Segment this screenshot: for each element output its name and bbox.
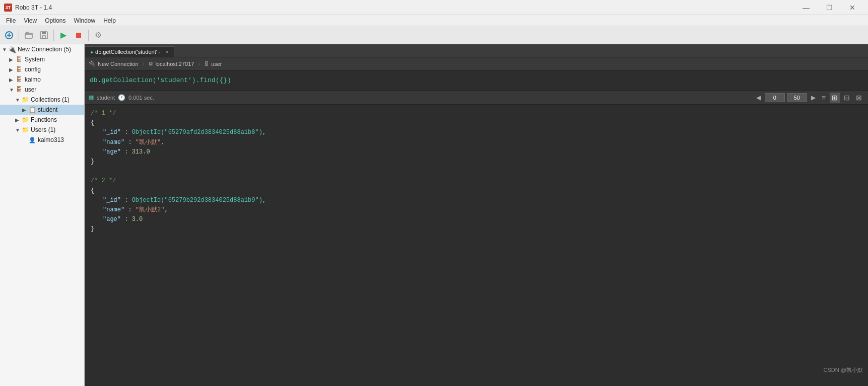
collections-arrow: ▼ xyxy=(15,97,21,103)
record-1-age: "age" : 313.0 xyxy=(91,147,862,157)
query-tab[interactable]: ● db.getCollection('student'··· × xyxy=(85,46,174,57)
view-table-button[interactable]: ⊟ xyxy=(842,93,852,103)
pathbar: 🔌 New Connection › 🖥 localhost:27017 › 🗄… xyxy=(85,57,868,70)
menubar: File View Options Window Help xyxy=(0,15,868,26)
page-size-input[interactable]: 50 xyxy=(787,93,807,102)
connection-label: New Connection (5) xyxy=(18,46,71,53)
sidebar-item-student[interactable]: ▶ 📋 student xyxy=(0,105,84,115)
results-toolbar-right: ◀ 0 50 ▶ ≡ ⊞ ⊟ ⊠ xyxy=(754,93,864,103)
record-2-id: "_id" : ObjectId("65279b292d3834025d88a1… xyxy=(91,196,862,205)
tab-icon: ● xyxy=(90,49,93,55)
record-1-name: "name" : "凯小默", xyxy=(91,138,862,147)
config-arrow: ▶ xyxy=(9,67,15,72)
record-1-comment: /* 1 */ xyxy=(91,109,862,118)
path-sep-1: › xyxy=(143,61,145,67)
close-button[interactable]: ✕ xyxy=(841,0,864,15)
titlebar-left: 3T Robo 3T - 1.4 xyxy=(4,4,52,12)
view-custom-button[interactable]: ⊠ xyxy=(854,93,864,103)
kaimo-icon: 🗄 xyxy=(15,75,23,84)
path-server-label: localhost:27017 xyxy=(155,61,194,67)
kaimo313-arrow xyxy=(22,137,28,143)
path-db-label: user xyxy=(211,61,222,67)
user-db-icon: 🗄 xyxy=(15,86,23,94)
menu-view[interactable]: View xyxy=(20,16,41,25)
view-tree-button[interactable]: ⊞ xyxy=(830,93,840,103)
watermark: CSDN @凯小默 xyxy=(824,366,863,374)
app-title: Robo 3T - 1.4 xyxy=(15,4,52,11)
path-connection: 🔌 New Connection xyxy=(89,60,139,67)
connection-icon: 🔌 xyxy=(8,45,16,53)
functions-icon: 📁 xyxy=(21,116,29,124)
record-2-name: "name" : "凯小默2", xyxy=(91,205,862,215)
titlebar: 3T Robo 3T - 1.4 — ☐ ✕ xyxy=(0,0,868,15)
kaimo-label: kaimo xyxy=(25,76,41,83)
main: ▼ 🔌 New Connection (5) ▶ 🗄 System ▶ 🗄 co… xyxy=(0,44,868,386)
users-label: Users (1) xyxy=(31,126,55,133)
next-page-button[interactable]: ▶ xyxy=(809,93,818,102)
path-db-icon: 🗄 xyxy=(204,61,209,66)
settings-button[interactable]: ⚙ xyxy=(91,28,105,42)
results-toolbar-left: ▦ student 🕐 0.001 sec. xyxy=(89,94,154,101)
system-arrow: ▶ xyxy=(9,57,15,62)
toolbar-sep-1 xyxy=(19,30,19,41)
student-arrow: ▶ xyxy=(22,107,28,113)
sidebar-item-users[interactable]: ▼ 📁 Users (1) xyxy=(0,125,84,135)
prev-page-button[interactable]: ◀ xyxy=(754,93,763,102)
sidebar-item-user[interactable]: ▼ 🗄 user xyxy=(0,85,84,95)
page-number-input[interactable]: 0 xyxy=(765,93,785,102)
results-collection-label: student xyxy=(97,95,115,101)
record-2-age: "age" : 3.0 xyxy=(91,215,862,224)
tabbar: ● db.getCollection('student'··· × xyxy=(85,44,868,57)
sidebar-item-kaimo313[interactable]: 👤 kaimo313 xyxy=(0,135,84,145)
toolbar-sep-2 xyxy=(53,30,54,41)
collections-icon: 📁 xyxy=(21,96,29,104)
user-arrow: ▼ xyxy=(9,87,15,93)
sidebar-item-kaimo[interactable]: ▶ 🗄 kaimo xyxy=(0,74,84,85)
query-editor[interactable]: db.getCollection('student').find({}) xyxy=(85,70,868,91)
record-2-comment: /* 2 */ xyxy=(91,176,862,186)
view-text-button[interactable]: ≡ xyxy=(820,93,828,103)
path-db: 🗄 user xyxy=(204,61,222,67)
path-sep-2: › xyxy=(198,61,200,67)
sidebar-item-connection[interactable]: ▼ 🔌 New Connection (5) xyxy=(0,44,84,54)
path-server: 🖥 localhost:27017 xyxy=(148,61,194,67)
menu-options[interactable]: Options xyxy=(41,16,70,25)
sidebar-item-functions[interactable]: ▶ 📁 Functions xyxy=(0,115,84,125)
sidebar-item-collections[interactable]: ▼ 📁 Collections (1) xyxy=(0,95,84,105)
menu-window[interactable]: Window xyxy=(70,16,100,25)
stop-button[interactable]: ⏹ xyxy=(72,28,86,42)
user-label: user xyxy=(25,86,36,93)
system-icon: 🗄 xyxy=(15,55,23,63)
new-connection-button[interactable] xyxy=(2,28,16,42)
sidebar-item-system[interactable]: ▶ 🗄 System xyxy=(0,54,84,64)
results-toolbar: ▦ student 🕐 0.001 sec. ◀ 0 50 ▶ ≡ ⊞ ⊟ ⊠ xyxy=(85,91,868,105)
open-button[interactable] xyxy=(22,28,36,42)
tab-label: db.getCollection('student'··· xyxy=(95,49,162,55)
record-2-open: { xyxy=(91,186,862,196)
results-time-icon: 🕐 xyxy=(118,94,125,101)
kaimo-arrow: ▶ xyxy=(9,77,15,83)
minimize-button[interactable]: — xyxy=(794,0,818,15)
save-button[interactable] xyxy=(37,28,51,42)
results-time-label: 0.001 sec. xyxy=(128,95,154,101)
results-area: /* 1 */ { "_id" : ObjectId("65279afd2d38… xyxy=(85,105,868,386)
run-button[interactable]: ▶ xyxy=(56,28,71,42)
svg-rect-6 xyxy=(42,36,45,38)
path-connection-icon: 🔌 xyxy=(89,60,96,67)
connection-arrow: ▼ xyxy=(2,47,8,52)
menu-help[interactable]: Help xyxy=(99,16,120,25)
record-1-open: { xyxy=(91,118,862,128)
record-1-id: "_id" : ObjectId("65279afd2d3834025d88a1… xyxy=(91,128,862,137)
student-icon: 📋 xyxy=(28,106,36,114)
config-label: config xyxy=(25,66,41,73)
sidebar-item-config[interactable]: ▶ 🗄 config xyxy=(0,64,84,74)
maximize-button[interactable]: ☐ xyxy=(818,0,841,15)
users-arrow: ▼ xyxy=(15,127,21,133)
kaimo313-label: kaimo313 xyxy=(38,136,64,143)
student-label: student xyxy=(38,106,57,113)
tab-close-button[interactable]: × xyxy=(166,49,169,55)
svg-rect-5 xyxy=(42,32,46,34)
titlebar-controls: — ☐ ✕ xyxy=(794,0,864,15)
toolbar-sep-3 xyxy=(88,30,89,41)
menu-file[interactable]: File xyxy=(2,16,20,25)
